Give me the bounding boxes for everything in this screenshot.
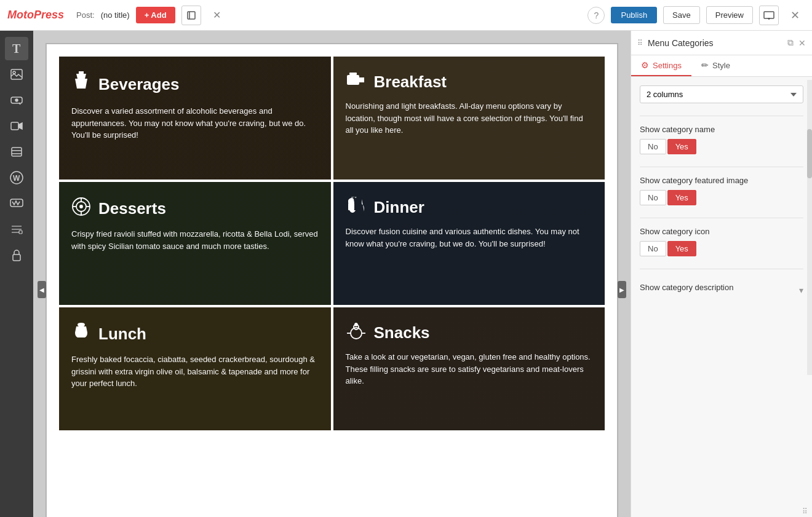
breakfast-desc: Nourishing and light breakfasts. All-day… [346,100,593,136]
panel-scrollbar[interactable] [807,80,812,375]
lunch-desc: Freshly baked focaccia, ciabatta, seeded… [71,353,319,390]
panel-title: Menu Categories [648,38,782,48]
svg-rect-0 [188,12,195,19]
panel-expand-icon[interactable]: ⧉ [787,37,794,48]
svg-rect-2 [764,12,774,18]
svg-rect-33 [348,203,354,210]
lock-tool[interactable] [5,243,28,267]
show-category-name-toggle: No Yes [640,139,803,154]
category-grid-row-2: Desserts Crispy fried ravioli stuffed wi… [59,182,605,305]
category-card-beverages[interactable]: Beverages Discover a varied assortment o… [59,57,331,180]
save-button[interactable]: Save [663,6,700,24]
preview-button[interactable]: Preview [706,6,753,24]
show-category-description-section[interactable]: Show category description ▾ [640,278,803,302]
beverages-desc: Discover a varied assortment of alcoholi… [71,105,319,141]
panel-scrollbar-thumb[interactable] [807,129,812,178]
right-panel: ⠿ Menu Categories ⧉ ✕ ⚙ Settings ✏ Style… [631,31,812,517]
topbar: MotoPress Post: (no title) + Add ✕ ? Pub… [0,0,812,31]
add-button[interactable]: + Add [136,7,175,23]
panel-content: 1 column 2 columns 3 columns 4 columns S… [631,77,812,517]
dinner-desc: Discover fusion cuisine and various auth… [346,226,593,250]
category-icon-no-btn[interactable]: No [640,241,666,256]
svg-text:T: T [12,42,21,55]
canvas-area: ◀ ▶ [33,31,631,517]
motopress-logo: MotoPress [7,9,64,22]
snacks-icon [346,322,367,344]
breakfast-title: Breakfast [374,73,447,92]
style-tab-icon: ✏ [701,60,709,70]
beverages-icon [71,71,91,98]
close-editor-button[interactable]: ✕ [207,6,227,25]
svg-rect-21 [13,255,20,261]
video-tool[interactable] [5,114,28,138]
show-category-description-label: Show category description [640,283,733,292]
canvas-wrapper: ◀ ▶ [46,43,618,517]
tab-settings[interactable]: ⚙ Settings [631,55,691,76]
divider-1 [640,116,803,116]
responsive-button[interactable] [759,6,779,25]
lunch-title: Lunch [98,325,146,344]
image-tool[interactable] [5,63,28,86]
settings-tab-label: Settings [653,61,682,70]
fullscreen-button[interactable] [181,6,201,25]
show-category-name-section: Show category name No Yes [640,125,803,154]
lunch-icon [71,322,91,346]
desserts-title: Desserts [98,199,166,218]
beverages-title: Beverages [98,75,180,94]
category-card-dinner[interactable]: Dinner Discover fusion cuisine and vario… [333,182,605,305]
post-label: Post: [76,10,95,20]
left-resize-handle[interactable]: ◀ [38,281,46,298]
category-card-desserts[interactable]: Desserts Crispy fried ravioli stuffed wi… [59,182,331,305]
drag-icon: ⠿ [637,39,643,47]
tab-style[interactable]: ✏ Style [691,55,740,76]
columns-select[interactable]: 1 column 2 columns 3 columns 4 columns [640,85,803,103]
main-area: T [0,31,812,517]
category-name-no-btn[interactable]: No [640,139,666,154]
svg-rect-25 [353,77,357,80]
svg-point-38 [355,323,357,326]
category-card-lunch[interactable]: Lunch Freshly baked focaccia, ciabatta, … [59,307,331,430]
layers-tool[interactable] [5,140,28,164]
show-category-description-arrow: ▾ [799,285,803,295]
publish-button[interactable]: Publish [611,7,657,23]
category-card-breakfast[interactable]: Breakfast Nourishing and light breakfast… [333,57,605,180]
category-card-snacks[interactable]: Snacks Take a look at our vegetarian, ve… [333,307,605,430]
button-tool[interactable] [5,89,28,112]
category-name-yes-btn[interactable]: Yes [667,139,696,154]
resize-handle[interactable]: ⠿ [802,507,811,516]
featured-image-no-btn[interactable]: No [640,190,666,205]
show-category-featured-image-label: Show category featured image [640,176,803,185]
show-category-featured-image-toggle: No Yes [640,190,803,205]
divider-2 [640,167,803,167]
snacks-desc: Take a look at our vegetarian, vegan, gl… [346,351,593,387]
left-sidebar: T [0,31,33,517]
woocommerce-tool[interactable] [5,192,28,215]
close-button[interactable]: ✕ [785,6,805,25]
show-category-icon-toggle: No Yes [640,241,803,256]
modules-tool[interactable] [5,218,28,241]
featured-image-yes-btn[interactable]: Yes [667,190,696,205]
category-grid-row-3: Lunch Freshly baked focaccia, ciabatta, … [59,307,605,430]
svg-text:W: W [13,174,20,183]
panel-close-icon[interactable]: ✕ [798,38,806,48]
svg-point-32 [80,205,82,208]
show-category-icon-label: Show category icon [640,227,803,236]
show-category-featured-image-section: Show category featured image No Yes [640,176,803,205]
svg-rect-11 [12,148,22,156]
divider-4 [640,269,803,269]
svg-rect-22 [79,71,84,74]
panel-header: ⠿ Menu Categories ⧉ ✕ [631,31,812,55]
right-resize-handle[interactable]: ▶ [618,281,626,298]
settings-tab-icon: ⚙ [641,60,649,70]
category-grid-row-1: Beverages Discover a varied assortment o… [59,57,605,180]
wordpress-tool[interactable]: W [5,166,28,189]
desserts-icon [71,197,91,221]
dinner-title: Dinner [374,198,424,217]
style-tab-label: Style [712,61,730,70]
help-button[interactable]: ? [587,7,605,24]
svg-rect-24 [349,73,357,75]
dinner-icon [346,197,367,218]
category-icon-yes-btn[interactable]: Yes [667,241,696,256]
svg-rect-10 [11,122,18,130]
text-tool[interactable]: T [5,37,28,60]
